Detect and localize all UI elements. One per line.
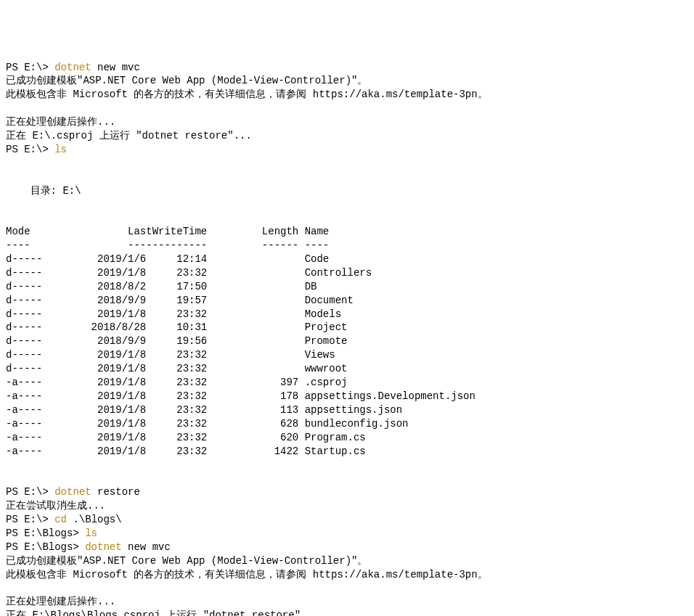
command-args: new mvc [122, 541, 171, 553]
command-args: restore [91, 486, 140, 498]
output-line: 正在处理创建后操作... [6, 116, 115, 128]
prompt: PS E:\> [6, 514, 54, 525]
table-divider: ---- ------------- ------ ---- [6, 239, 329, 251]
command: dotnet [54, 62, 91, 73]
command: cd [54, 514, 67, 525]
output-line: 此模板包含非 Microsoft 的各方的技术，有关详细信息，请参阅 https… [6, 569, 488, 580]
table-row: d----- 2019/1/8 23:32 Models [6, 308, 688, 321]
table-row: d----- 2019/1/8 23:32 Controllers [6, 266, 688, 280]
prompt: PS E:\Blogs> [6, 527, 85, 539]
output-line: 已成功创建模板"ASP.NET Core Web App (Model-View… [6, 555, 367, 567]
table-row: -a---- 2019/1/8 23:32 113 appsettings.js… [6, 403, 688, 417]
table-row: -a---- 2019/1/8 23:32 620 Program.cs [6, 431, 688, 445]
table-row: d----- 2019/1/8 23:32 wwwroot [6, 362, 688, 376]
command-args: .\Blogs\ [67, 514, 122, 525]
directory-header: 目录: E:\ [6, 185, 81, 197]
table-row: -a---- 2019/1/8 23:32 178 appsettings.De… [6, 390, 688, 403]
table-row: -a---- 2019/1/8 23:32 397 .csproj [6, 376, 688, 390]
command: ls [54, 144, 67, 155]
table-header: Mode LastWriteTime Length Name [6, 226, 329, 237]
output-line: 此模板包含非 Microsoft 的各方的技术，有关详细信息，请参阅 https… [6, 89, 488, 100]
table-row: d----- 2018/9/9 19:57 Document [6, 294, 688, 308]
command-args: new mvc [91, 62, 140, 73]
table-row: d----- 2018/8/28 10:31 Project [6, 321, 688, 334]
prompt: PS E:\Blogs> [6, 541, 85, 553]
command: ls [85, 527, 97, 539]
output-line: 正在处理创建后操作... [6, 596, 115, 607]
table-row: -a---- 2019/1/8 23:32 1422 Startup.cs [6, 445, 688, 459]
table-row: -a---- 2019/1/8 23:32 628 bundleconfig.j… [6, 417, 688, 431]
command: dotnet [85, 541, 121, 553]
output-line: 正在 E:\Blogs\Blogs.csproj 上运行 "dotnet res… [6, 609, 319, 616]
table-row: d----- 2018/9/9 19:56 Promote [6, 334, 688, 348]
table-row: d----- 2019/1/6 12:14 Code [6, 252, 688, 266]
output-line: 已成功创建模板"ASP.NET Core Web App (Model-View… [6, 75, 367, 86]
output-line: 正在 E:\.csproj 上运行 "dotnet restore"... [6, 130, 252, 141]
prompt: PS E:\> [6, 486, 54, 498]
prompt: PS E:\> [6, 62, 54, 73]
command: dotnet [54, 486, 91, 498]
terminal-output[interactable]: PS E:\> dotnet new mvc 已成功创建模板"ASP.NET C… [6, 61, 688, 616]
table-row: d----- 2019/1/8 23:32 Views [6, 348, 688, 362]
prompt: PS E:\> [6, 144, 54, 155]
output-line: 正在尝试取消生成... [6, 500, 105, 512]
table-row: d----- 2018/8/2 17:50 DB [6, 280, 688, 294]
